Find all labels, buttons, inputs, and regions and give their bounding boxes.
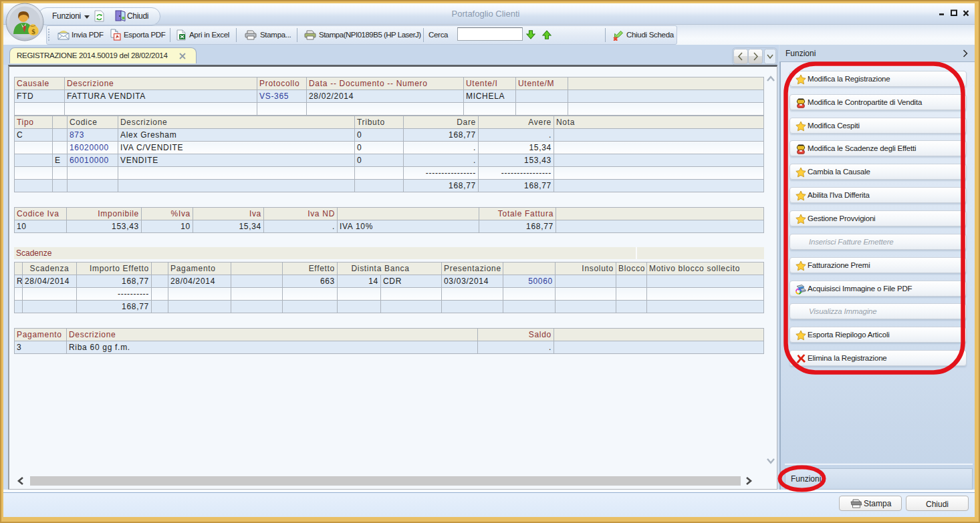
svg-text:$: $ xyxy=(31,27,35,35)
